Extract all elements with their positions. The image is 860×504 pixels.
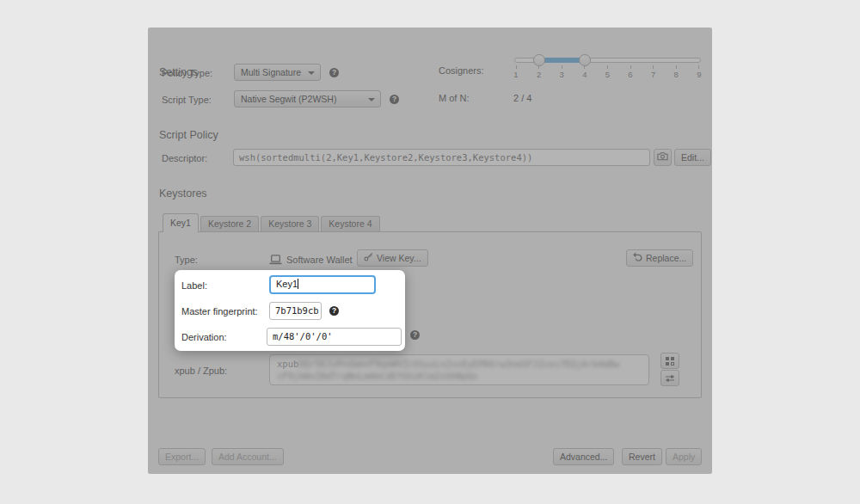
keystore-label-value: Key1 [276,279,298,289]
fingerprint-help-icon[interactable] [329,306,339,316]
text-caret [298,279,298,289]
fingerprint-input[interactable]: 7b71b9cb [269,302,322,320]
fingerprint-label: Master fingerprint: [181,306,258,317]
derivation-input[interactable]: m/48'/0'/0' [267,328,402,346]
derivation-label: Derivation: [181,332,227,342]
wallet-settings-window: Settings Policy Type: Multi Signature Co… [148,28,712,474]
keystore-label-input[interactable]: Key1 [269,275,376,294]
keystore-label-label: Label: [181,280,207,291]
screen: { "colors": { "accent_blue": "#5aa7dd", … [0,0,860,504]
tour-dim-overlay [148,28,712,474]
spotlight-panel: Label: Key1 Master fingerprint: 7b71b9cb… [175,270,405,351]
